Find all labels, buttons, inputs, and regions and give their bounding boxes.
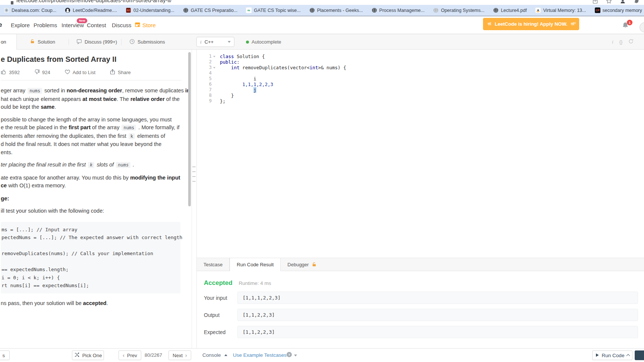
editor-line[interactable]: 8 } — [197, 93, 644, 98]
bookmark[interactable]: GATE CS Preparatio... — [183, 7, 238, 13]
bookmark[interactable]: CPsecondary memory — [595, 7, 642, 13]
bookmark[interactable]: aVirtual Memory: 13... — [535, 7, 586, 13]
close-icon[interactable]: × — [574, 20, 577, 26]
share-button[interactable]: Share — [110, 69, 131, 76]
share-icon[interactable] — [592, 0, 598, 5]
editor-line[interactable]: 3 int removeDuplicates(vector<int>& nums… — [197, 65, 644, 70]
bookmark[interactable]: Dealsea.com: Coup... — [4, 7, 56, 13]
extensions-puzzle-icon[interactable] — [634, 0, 640, 5]
result-panel: TestcaseRun Code ResultDebugger Accepted… — [197, 258, 644, 348]
inline-code: k — [88, 162, 94, 168]
fold-caret-icon[interactable] — [212, 65, 217, 70]
panel-resize-handle[interactable] — [192, 166, 196, 167]
leetcode-logo-partial[interactable]: e — [0, 21, 2, 29]
selected-text: j — [253, 87, 256, 93]
run-code-label: Run Code — [602, 353, 625, 358]
text: ould be kept the — [1, 104, 41, 110]
editor-line[interactable]: 1class Solution { — [197, 54, 644, 59]
editor-line[interactable]: 4 — [197, 70, 644, 76]
panel-resize-handle[interactable] — [192, 176, 196, 177]
avatar[interactable] — [640, 22, 644, 32]
autocomplete-indicator[interactable]: Autocomplete — [246, 39, 281, 45]
panel-resize-handle[interactable] — [192, 181, 196, 182]
bookmark[interactable]: Placements - Geeks... — [309, 7, 363, 13]
bookmark[interactable]: Lecture4.pdf — [493, 7, 527, 13]
bookmark-label: Process Manageme... — [379, 8, 425, 13]
prev-button[interactable]: ‹ Prev — [119, 350, 141, 360]
fold-caret-icon[interactable] — [212, 54, 217, 59]
tab-run-code-result[interactable]: Run Code Result — [230, 258, 281, 271]
editor-line[interactable]: 7 j — [197, 87, 644, 93]
star-icon[interactable] — [606, 0, 612, 5]
megaphone-icon — [487, 21, 492, 27]
scrollbar-thumb[interactable] — [188, 52, 191, 206]
bookmark[interactable]: Process Manageme... — [372, 7, 425, 13]
bold-text: in- — [185, 88, 188, 93]
next-button[interactable]: Next › — [168, 350, 191, 360]
partial-left-button[interactable]: s — [0, 350, 10, 360]
url-text[interactable]: leetcode.com/problems/remove-duplicates-… — [16, 0, 172, 3]
info-icon[interactable]: i — [612, 39, 613, 45]
nav-item-contest[interactable]: Contest — [87, 22, 106, 28]
description-line: ill test your solution with the followin… — [1, 207, 181, 215]
use-example-testcases-link[interactable]: Use Example Testcases — [233, 352, 287, 358]
editor-line[interactable]: 2public: — [197, 59, 644, 65]
result-row: Output[1,1,2,2,3] — [204, 309, 638, 321]
braces-icon[interactable]: {} — [619, 39, 623, 45]
language-select[interactable]: i C++ — [196, 37, 234, 47]
bookmark[interactable]: 0202-Understanding... — [126, 7, 174, 13]
code-editor[interactable]: 1class Solution {2public:3 int removeDup… — [197, 50, 644, 258]
nav-item-store[interactable]: Store — [135, 22, 156, 29]
tab-debugger[interactable]: Debugger — [281, 258, 323, 271]
hiring-banner[interactable]: LeetCode is hiring! Apply NOW. × — [483, 18, 579, 30]
description-line: ce with O(1) extra memory. — [1, 182, 181, 190]
plain-code: }; — [220, 98, 225, 104]
code-text: } — [217, 93, 234, 98]
editor-line[interactable]: 9}; — [197, 98, 644, 104]
description-line: elements after removing the duplicates, … — [1, 132, 181, 141]
panel-resize-handle[interactable] — [192, 171, 196, 172]
github-icon — [65, 7, 70, 13]
thumbs-up-icon — [1, 69, 7, 76]
tab-solution[interactable]: Solution — [30, 34, 55, 50]
editor-line[interactable]: 6 1,1,1,2,2,3 — [197, 82, 644, 87]
help-control[interactable]: ? — [286, 352, 297, 359]
nav-item-discuss[interactable]: Discuss — [112, 22, 132, 28]
tab-description-partial[interactable]: on — [0, 34, 17, 50]
description-line: ter placing the final result in the firs… — [1, 161, 181, 169]
reset-icon[interactable] — [628, 39, 634, 45]
editor-line[interactable]: 5 i — [197, 76, 644, 82]
tab-submissions[interactable]: Submissions — [129, 34, 165, 50]
nav-item-problems[interactable]: Problems — [34, 22, 57, 28]
console-toggle[interactable]: Console — [202, 352, 227, 358]
bookmark[interactable]: ∞GATE CS Topic wise... — [246, 7, 300, 13]
svg-text:02: 02 — [127, 9, 130, 12]
language-value: C++ — [205, 39, 225, 45]
dislike-count: 924 — [42, 70, 50, 75]
bookmark[interactable]: LeetCode/Readme.... — [65, 7, 117, 13]
globegray-icon — [433, 7, 439, 13]
nav-item-explore[interactable]: Explore — [11, 22, 30, 28]
globe-icon — [183, 7, 189, 13]
browser-url-bar[interactable]: leetcode.com/problems/remove-duplicates-… — [0, 0, 644, 5]
run-code-button[interactable]: Run Code — [592, 350, 632, 360]
pick-one-button[interactable]: Pick One — [72, 350, 104, 360]
bookmark[interactable]: Operating Systems... — [433, 7, 484, 13]
add-to-list-button[interactable]: Add to List — [64, 69, 95, 76]
result-row-value[interactable]: [1,1,2,2,3] — [237, 326, 638, 338]
dislike-control[interactable]: 924 — [34, 69, 50, 76]
profile-icon[interactable] — [620, 0, 626, 5]
tab-testcase[interactable]: Testcase — [197, 258, 230, 271]
editor-toolbar-icons: i {} — [612, 39, 642, 45]
like-control[interactable]: 3592 — [1, 69, 20, 76]
new-badge: New — [77, 18, 87, 23]
line-number: 1 — [197, 54, 212, 59]
text: of the array — [91, 124, 121, 130]
like-count: 3592 — [9, 70, 20, 75]
code-text: i — [217, 76, 256, 82]
result-row-value[interactable]: [1,1,2,2,3] — [237, 309, 638, 321]
submit-button-partial[interactable] — [635, 350, 644, 360]
tab-discuss[interactable]: Discuss (999+) — [76, 34, 117, 50]
result-row-value[interactable]: [1,1,1,2,2,3] — [237, 292, 638, 304]
globe-icon — [493, 7, 499, 13]
